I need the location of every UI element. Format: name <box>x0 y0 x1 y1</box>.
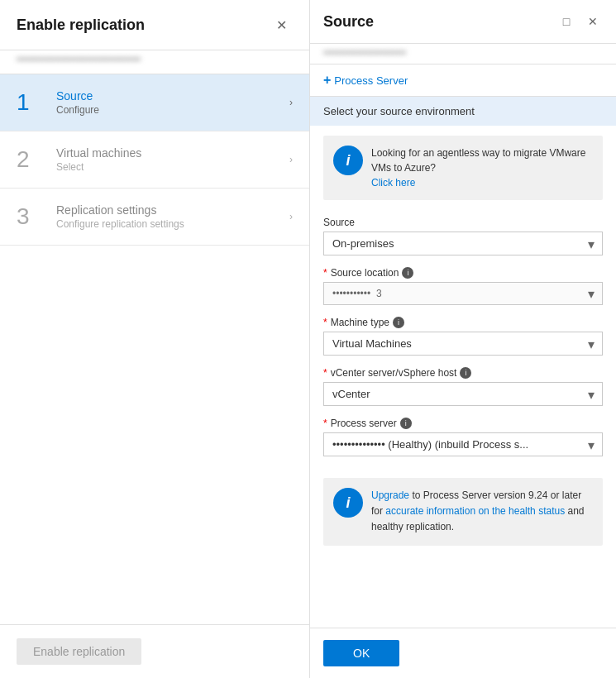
right-subtitle-blurred: •••••••••••••••••••••••••• <box>323 47 406 57</box>
upgrade-info-icon: i <box>333 488 363 518</box>
step-1-name: Source <box>56 89 289 103</box>
left-footer: Enable replication <box>0 624 309 678</box>
machine-type-group: * Machine type i Virtual MachinesPhysica… <box>323 317 603 356</box>
machine-type-tooltip-icon[interactable]: i <box>393 317 404 328</box>
step-1-info: Source Configure <box>56 89 289 116</box>
right-panel-title: Source <box>323 13 374 31</box>
machine-type-select[interactable]: Virtual MachinesPhysical machines <box>323 332 603 356</box>
step-item-source[interactable]: 1 Source Configure › <box>0 74 309 131</box>
agentless-text: Looking for an agentless way to migrate … <box>371 147 585 174</box>
machine-type-select-wrapper: Virtual MachinesPhysical machines <box>323 332 603 356</box>
left-close-icon: ✕ <box>276 17 287 33</box>
info-icon: i <box>333 146 363 175</box>
health-status-link[interactable]: accurate information on the health statu… <box>385 505 565 517</box>
process-server-select[interactable]: •••••••••••••• (Healthy) (inbuild Proces… <box>323 432 603 456</box>
source-field-group: Source On-premisesAzure <box>323 217 603 255</box>
step-3-info: Replication settings Configure replicati… <box>56 203 289 230</box>
step-3-desc: Configure replication settings <box>56 218 289 230</box>
upgrade-banner: i Upgrade to Process Server version 9.24… <box>323 478 603 546</box>
step-2-info: Virtual machines Select <box>56 146 289 173</box>
plus-icon: + <box>323 73 331 88</box>
step-2-chevron-icon: › <box>289 154 293 165</box>
step-3-chevron-icon: › <box>289 211 293 222</box>
source-location-group: * Source location i <box>323 267 603 305</box>
right-sub-header: •••••••••••••••••••••••••• <box>310 44 616 64</box>
add-process-server-button[interactable]: + Process Server <box>323 73 408 88</box>
vcenter-select-wrapper: vCenter <box>323 382 603 406</box>
agentless-info-text: Looking for an agentless way to migrate … <box>371 146 593 190</box>
source-location-tooltip-icon[interactable]: i <box>402 267 413 279</box>
source-select[interactable]: On-premisesAzure <box>323 232 603 255</box>
step-item-replication-settings[interactable]: 3 Replication settings Configure replica… <box>0 189 309 246</box>
step-2-desc: Select <box>56 161 289 173</box>
source-location-input-wrapper <box>323 282 603 305</box>
ok-button[interactable]: OK <box>323 640 399 666</box>
source-location-input[interactable] <box>323 282 603 305</box>
vcenter-group: * vCenter server/vSphere host i vCenter <box>323 367 603 406</box>
process-server-label: * Process server i <box>323 418 603 429</box>
left-panel: Enable replication ✕ •••••••••••••••••••… <box>0 0 310 678</box>
agentless-info-banner: i Looking for an agentless way to migrat… <box>323 136 603 200</box>
process-server-group: * Process server i •••••••••••••• (Healt… <box>323 418 603 456</box>
upgrade-link[interactable]: Upgrade <box>371 489 409 501</box>
step-1-number: 1 <box>17 89 46 116</box>
step-3-name: Replication settings <box>56 203 289 217</box>
source-section-header: Select your source environment <box>310 97 616 126</box>
step-item-virtual-machines[interactable]: 2 Virtual machines Select › <box>0 131 309 189</box>
required-star-3: * <box>323 367 327 379</box>
source-location-label: * Source location i <box>323 267 603 279</box>
machine-type-label: * Machine type i <box>323 317 603 328</box>
right-close-icon: ✕ <box>588 15 598 28</box>
vcenter-tooltip-icon[interactable]: i <box>460 367 471 379</box>
required-star-1: * <box>323 267 327 279</box>
required-star-4: * <box>323 418 327 429</box>
upgrade-text: Upgrade to Process Server version 9.24 o… <box>371 488 593 536</box>
left-close-button[interactable]: ✕ <box>270 13 293 36</box>
add-process-server-label: Process Server <box>334 74 408 87</box>
left-sub-header: ••••••••••••••••••••••••••••••••••••••• <box>0 50 309 74</box>
right-close-button[interactable]: ✕ <box>583 12 603 31</box>
step-list: 1 Source Configure › 2 Virtual machines … <box>0 74 309 624</box>
click-here-link[interactable]: Click here <box>371 177 415 189</box>
source-select-wrapper: On-premisesAzure <box>323 232 603 255</box>
left-panel-title: Enable replication <box>17 17 145 34</box>
required-star-2: * <box>323 317 327 328</box>
vcenter-label: * vCenter server/vSphere host i <box>323 367 603 379</box>
left-header: Enable replication ✕ <box>0 0 309 50</box>
right-panel: Source □ ✕ •••••••••••••••••••••••••• + … <box>310 0 616 678</box>
step-1-chevron-icon: › <box>289 97 293 108</box>
step-1-desc: Configure <box>56 104 289 116</box>
process-server-tooltip-icon[interactable]: i <box>400 418 412 429</box>
source-field-label: Source <box>323 217 603 228</box>
right-header: Source □ ✕ <box>310 0 616 44</box>
left-subtitle-blurred: ••••••••••••••••••••••••••••••••••••••• <box>17 54 141 64</box>
enable-replication-button[interactable]: Enable replication <box>17 638 141 665</box>
right-header-icons: □ ✕ <box>556 12 603 31</box>
maximize-icon: □ <box>563 15 570 28</box>
right-toolbar: + Process Server <box>310 64 616 97</box>
maximize-button[interactable]: □ <box>556 12 576 31</box>
step-2-name: Virtual machines <box>56 146 289 160</box>
source-form: Source On-premisesAzure * Source locatio… <box>310 210 616 471</box>
process-server-select-wrapper: •••••••••••••• (Healthy) (inbuild Proces… <box>323 432 603 456</box>
right-footer: OK <box>310 628 616 678</box>
vcenter-select[interactable]: vCenter <box>323 382 603 406</box>
step-3-number: 3 <box>17 203 46 230</box>
step-2-number: 2 <box>17 146 46 173</box>
right-content: Select your source environment i Looking… <box>310 97 616 628</box>
